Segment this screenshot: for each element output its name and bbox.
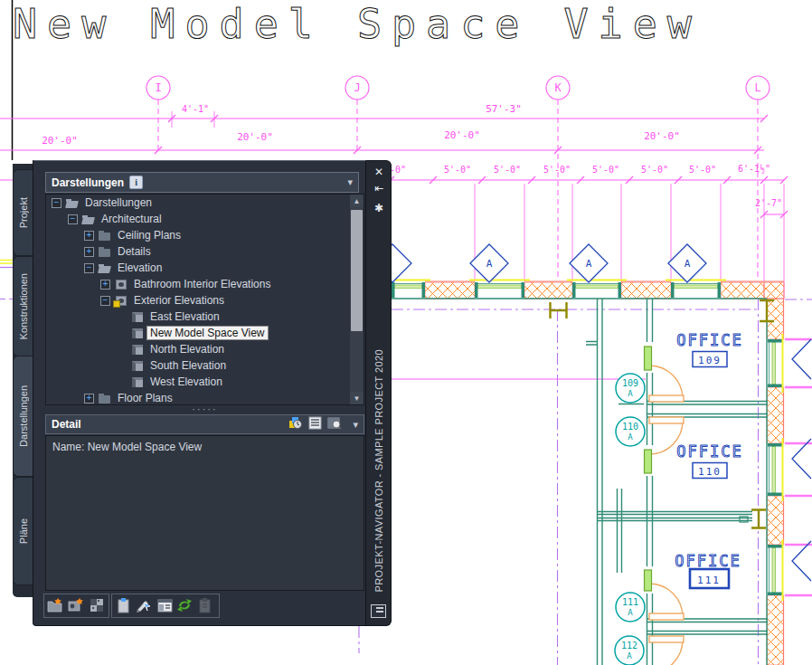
detail-name-line: Name: New Model Space View <box>52 441 202 453</box>
svg-text:L: L <box>754 81 760 94</box>
close-icon[interactable]: ✕ <box>370 164 388 179</box>
view-icon <box>131 360 144 372</box>
refresh-project-button[interactable] <box>175 596 194 614</box>
splitter-handle[interactable]: ····· <box>45 406 364 413</box>
folder-open-icon <box>66 197 79 209</box>
tree-scrollbar[interactable]: ▲ ▼ <box>350 195 364 404</box>
edit-view-button[interactable] <box>135 596 153 614</box>
tab-projekt[interactable]: Projekt <box>13 169 33 256</box>
tree-item-details[interactable]: +Details <box>46 243 364 260</box>
views-tree: −Darstellungen−Architectural+Ceiling Pla… <box>45 194 364 405</box>
folder-closed-icon <box>99 246 111 258</box>
svg-text:2'-7": 2'-7" <box>755 198 782 208</box>
plus-expander-icon[interactable]: + <box>84 247 94 257</box>
scroll-down-icon[interactable]: ▼ <box>350 392 364 404</box>
info-icon[interactable]: i <box>129 176 143 189</box>
svg-text:110: 110 <box>622 422 638 432</box>
update-detail-icon[interactable] <box>288 416 303 433</box>
svg-text:A: A <box>685 258 691 270</box>
svg-text:A: A <box>586 258 592 270</box>
svg-text:5'-0": 5'-0" <box>444 165 471 175</box>
grid-bubble-labels: I J K L <box>155 81 760 94</box>
view-icon <box>131 376 144 388</box>
svg-text:20'-0": 20'-0" <box>444 129 480 141</box>
svg-text:A: A <box>628 608 633 617</box>
tree-item-bathroom-interior-elevations[interactable]: +Bathroom Interior Elevations <box>46 276 364 292</box>
svg-text:111: 111 <box>622 597 638 607</box>
autohide-pin-icon[interactable]: ⇤ <box>370 180 388 195</box>
view-icon <box>131 328 144 339</box>
tab-konstruktionen[interactable]: Konstruktionen <box>13 256 33 356</box>
svg-text:20'-0": 20'-0" <box>237 131 273 143</box>
detail-list-icon[interactable] <box>308 416 322 433</box>
svg-text:A: A <box>628 432 633 442</box>
scroll-up-icon[interactable]: ▲ <box>350 195 364 207</box>
tree-item-label: North Elevation <box>147 343 227 356</box>
tree-item-label: East Elevation <box>147 310 222 323</box>
tab-plaene[interactable]: Pläne <box>13 477 33 585</box>
category-dropdown[interactable]: Darstellungen i ▾ <box>45 172 359 193</box>
svg-text:6'-1½": 6'-1½" <box>738 164 770 174</box>
minus-expander-icon[interactable]: − <box>100 296 110 306</box>
tree-item-label: New Model Space View <box>147 327 268 339</box>
drawing-title-text: New Model Space View <box>13 0 702 48</box>
window-tag-letters: A A A <box>486 258 691 270</box>
svg-text:110: 110 <box>698 466 722 478</box>
new-view-dwg-button[interactable] <box>67 596 85 614</box>
detail-title: Detail <box>52 418 81 431</box>
palette-properties-gear-icon[interactable]: ✱ <box>370 200 388 215</box>
tree-item-darstellungen[interactable]: −Darstellungen <box>46 195 364 211</box>
svg-text:A: A <box>628 389 633 398</box>
tab-label: Pläne <box>18 518 29 544</box>
minus-expander-icon[interactable]: − <box>52 198 61 208</box>
chevron-down-icon: ▾ <box>347 176 353 188</box>
grid-bubbles <box>146 76 770 100</box>
window-extension-stubs <box>785 339 812 595</box>
minus-expander-icon[interactable]: − <box>68 214 78 224</box>
palette-bottom-icon[interactable] <box>371 604 386 618</box>
tree-item-label: Floor Plans <box>115 392 175 404</box>
tree-item-architectural[interactable]: −Architectural <box>46 211 364 227</box>
new-category-button[interactable] <box>46 596 64 614</box>
svg-text:5'-0": 5'-0" <box>592 165 619 175</box>
svg-text:5'-0": 5'-0" <box>641 165 668 175</box>
repath-xref-button[interactable] <box>196 596 214 614</box>
dropdown-selected-value: Darstellungen <box>52 176 124 189</box>
detail-header: Detail ▾ <box>45 414 364 434</box>
tree-item-label: Architectural <box>99 213 165 225</box>
tab-label: Projekt <box>18 197 29 228</box>
minus-expander-icon[interactable]: − <box>84 263 94 273</box>
plus-expander-icon[interactable]: + <box>84 394 94 404</box>
tree-item-label: Details <box>115 245 154 258</box>
properties-button[interactable] <box>156 596 174 614</box>
new-model-space-view-button[interactable] <box>88 596 106 614</box>
chevron-down-icon[interactable]: ▾ <box>353 419 358 431</box>
tree-item-west-elevation[interactable]: West Elevation <box>46 374 364 390</box>
tree-item-label: Darstellungen <box>82 196 155 209</box>
tab-darstellungen[interactable]: Darstellungen <box>13 356 33 477</box>
svg-text:OFFICE: OFFICE <box>676 442 742 461</box>
tree-item-east-elevation[interactable]: East Elevation <box>46 309 364 325</box>
preview-zoom-icon[interactable] <box>327 416 342 433</box>
windows <box>392 282 784 596</box>
grid-centerlines <box>359 299 812 665</box>
view-group-icon <box>115 279 127 290</box>
view-icon <box>131 344 144 356</box>
svg-text:I: I <box>155 81 161 94</box>
tree-item-label: Bathroom Interior Elevations <box>131 278 273 290</box>
folder-open-icon <box>99 262 111 274</box>
tree-item-exterior-elevations[interactable]: −Exterior Elevations <box>46 292 364 309</box>
plus-expander-icon[interactable]: + <box>84 231 94 241</box>
scrollbar-thumb[interactable] <box>351 210 363 331</box>
tree-item-elevation[interactable]: −Elevation <box>46 260 364 276</box>
tree-item-new-model-space-view[interactable]: New Model Space View <box>46 325 364 341</box>
view-icon <box>131 311 144 323</box>
tree-item-north-elevation[interactable]: North Elevation <box>46 341 364 357</box>
door-tags: 109 A 110 A 111 A 112 A <box>615 374 645 665</box>
tree-item-south-elevation[interactable]: South Elevation <box>46 357 364 374</box>
svg-text:20'-0": 20'-0" <box>42 135 78 147</box>
svg-text:K: K <box>554 81 562 94</box>
paste-button[interactable] <box>115 596 133 614</box>
plus-expander-icon[interactable]: + <box>100 280 110 290</box>
tree-item-ceiling-plans[interactable]: +Ceiling Plans <box>46 227 364 243</box>
